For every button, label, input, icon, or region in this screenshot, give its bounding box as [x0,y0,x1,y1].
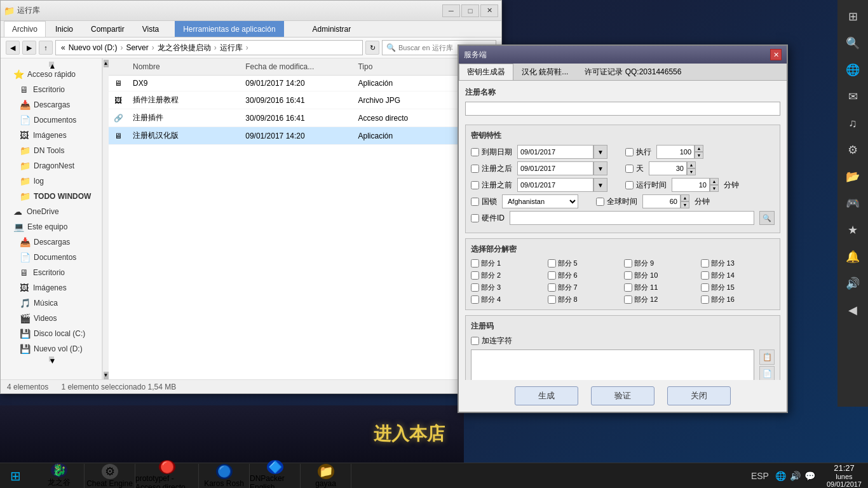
taskbar-app-prototypef[interactable]: 🔴 prototypef - Acceso directo [135,464,199,488]
part-12-checkbox[interactable] [624,295,632,304]
up-nav-button[interactable]: ↑ [39,41,53,55]
sidebar-item-imagenes-2[interactable]: 🖼 Imágenes [1,280,102,295]
part-16-checkbox[interactable] [701,295,709,304]
expiry-date-input[interactable] [517,145,593,159]
globe-icon[interactable]: 🌐 [841,58,864,81]
tab-administrar[interactable]: Administrar [304,21,360,37]
part-10-checkbox[interactable] [624,271,632,280]
tray-volume-icon[interactable]: 🔊 [790,471,801,481]
global-time-checkbox[interactable] [596,198,604,206]
sidebar-item-imagenes-1[interactable]: 🖼 Imágenes [1,128,102,143]
notification-icon[interactable]: 🔔 [841,245,864,268]
minimize-button[interactable]: ─ [442,4,460,17]
before-reg-cal-button[interactable]: ▼ [593,178,607,192]
taskbar-app-cheat-engine[interactable]: ⚙ Cheat Engine [85,464,135,488]
run-spin-down[interactable]: ▼ [695,152,703,159]
global-time-spin-down[interactable]: ▼ [681,201,689,208]
service-tab-license[interactable]: 许可证记录 QQ:2031446556 [576,64,689,80]
part-14-checkbox[interactable] [701,271,709,280]
col-nombre[interactable]: Nombre [128,61,240,72]
star-icon[interactable]: ★ [841,219,864,241]
taskbar-app-dragon-nest[interactable]: 🐉 龙之谷 [34,464,85,488]
region-checkbox[interactable] [471,198,479,206]
run-input[interactable] [656,145,695,159]
part-11-checkbox[interactable] [624,283,632,292]
copy-button-1[interactable]: 📋 [759,349,775,365]
service-tab-key-gen[interactable]: 密钥生成器 [459,64,513,80]
part-9-checkbox[interactable] [624,259,632,268]
close-button[interactable]: ✕ [480,4,498,17]
search-icon[interactable]: 🔍 [841,32,864,55]
expiry-cal-button[interactable]: ▼ [593,145,607,159]
run-spin-up[interactable]: ▲ [695,145,703,152]
day-spin-up[interactable]: ▲ [687,161,696,168]
taskbar-clock[interactable]: 21:27 lunes 09/01/2017 [827,463,862,488]
sidebar-item-escritorio-2[interactable]: 🖥 Escritorio [1,265,102,280]
sidebar-item-log[interactable]: 📁 log [1,173,102,189]
service-close-button[interactable]: ✕ [770,49,782,60]
register-name-input[interactable] [465,102,780,116]
mail-icon[interactable]: ✉ [841,85,864,108]
taskbar-app-karos-rosh[interactable]: 🔵 Karos Rosh [199,464,250,488]
sidebar-item-todo-window[interactable]: 📁 TODO WINDOW [1,189,102,204]
sidebar-item-disco-c[interactable]: 💾 Disco local (C:) [1,326,102,341]
runtime-spin-up[interactable]: ▲ [710,178,719,185]
hardware-id-button[interactable]: 🔍 [759,211,775,225]
back-icon[interactable]: ◀ [841,299,864,322]
expiry-checkbox[interactable] [471,148,479,156]
tab-herramientas[interactable]: Herramientas de aplicación [175,21,283,37]
day-spin-down[interactable]: ▼ [687,168,696,175]
tab-archivo[interactable]: Archivo [4,21,46,37]
folder-icon[interactable]: 📂 [841,165,864,188]
tab-vista[interactable]: Vista [134,21,167,37]
part-13-checkbox[interactable] [701,259,709,268]
forward-nav-button[interactable]: ▶ [22,41,36,55]
serial-code-textarea[interactable] [471,349,754,380]
sidebar-item-nuevo-vol-d[interactable]: 💾 Nuevo vol (D:) [1,341,102,356]
global-time-input[interactable] [642,194,681,208]
after-reg-date-input[interactable] [517,161,593,175]
part-8-checkbox[interactable] [548,295,556,304]
start-button[interactable]: ⊞ [0,463,31,489]
runtime-spin-down[interactable]: ▼ [710,185,719,192]
generate-button[interactable]: 生成 [515,386,578,405]
runtime-checkbox[interactable] [625,181,634,189]
service-close-button-bottom[interactable]: 关闭 [667,386,731,405]
part-4-checkbox[interactable] [471,295,479,304]
part-7-checkbox[interactable] [548,283,556,292]
refresh-button[interactable]: ↻ [365,41,379,55]
part-6-checkbox[interactable] [548,271,556,280]
after-reg-checkbox[interactable] [471,165,479,173]
hardware-id-checkbox[interactable] [471,214,479,222]
before-reg-date-input[interactable] [517,178,593,192]
game-icon[interactable]: 🎮 [841,192,864,215]
sidebar-item-este-equipo[interactable]: 💻 Este equipo [1,219,102,234]
sidebar-item-descargas-2[interactable]: 📥 Descargas [1,234,102,250]
part-2-checkbox[interactable] [471,271,479,280]
volume-icon[interactable]: 🔊 [841,272,864,295]
sidebar-item-documentos-2[interactable]: 📄 Documentos [1,250,102,265]
sidebar-item-escritorio-1[interactable]: 🖥 Escritorio [1,82,102,97]
hardware-id-input[interactable] [510,211,754,225]
col-tipo[interactable]: Tipo [353,61,440,72]
sidebar-item-dntools[interactable]: 📁 DN Tools [1,143,102,158]
tray-notification-icon[interactable]: 💬 [804,471,815,481]
file-row[interactable]: 🔗 注册插件 30/09/2016 16:41 Acceso directo [109,109,501,127]
music-icon[interactable]: ♫ [841,112,864,135]
global-time-spin-up[interactable]: ▲ [681,194,689,201]
service-tab-translate[interactable]: 汉化 銃荷鞋... [513,64,576,80]
copy-button-2[interactable]: 📄 [759,366,775,380]
scroll-bottom[interactable]: ▼ [49,356,54,362]
before-reg-checkbox[interactable] [471,181,479,189]
tab-compartir[interactable]: Compartir [83,21,133,37]
day-checkbox[interactable] [625,165,634,173]
after-reg-cal-button[interactable]: ▼ [593,161,607,175]
scroll-top[interactable]: ▲ [49,62,54,67]
gear-icon[interactable]: ⚙ [841,139,864,161]
sidebar-item-videos[interactable]: 🎬 Videos [1,311,102,326]
join-chars-checkbox[interactable] [471,337,479,345]
sidebar-item-onedrive[interactable]: ☁ OneDrive [1,204,102,219]
back-nav-button[interactable]: ◀ [6,41,20,55]
sidebar-scrollbar[interactable]: ▲ ▼ [102,58,109,379]
file-row[interactable]: 🖥 注册机汉化版 09/01/2017 14:20 Aplicación 13. [109,127,501,145]
